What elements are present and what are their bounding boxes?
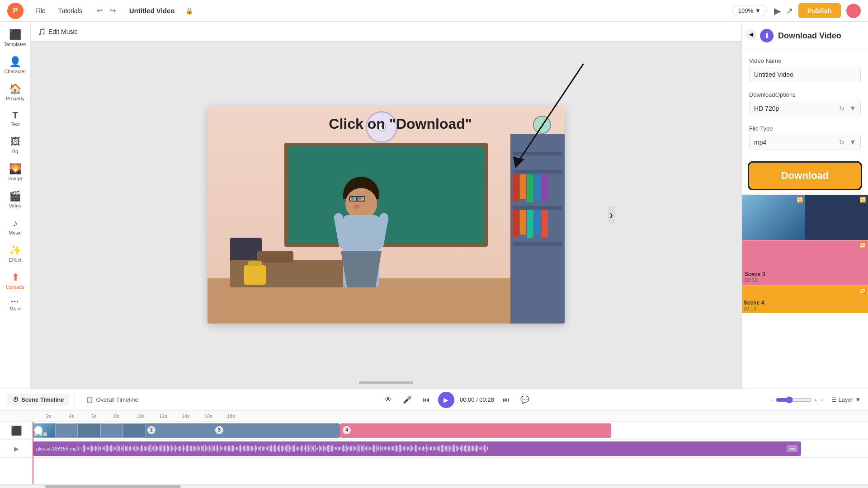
- topbar-right: ▶ ↗ Publish: [774, 3, 861, 18]
- sidebar-item-text[interactable]: T Text: [2, 107, 29, 131]
- panel-back-button[interactable]: ◀: [745, 29, 756, 40]
- collapse-panel-button[interactable]: ❯: [608, 206, 615, 224]
- scene-4-add-icon[interactable]: 🔁: [859, 288, 866, 294]
- waveform-bar: [104, 446, 105, 451]
- waveform-bar: [396, 445, 397, 452]
- uploads-icon: ⬆: [11, 272, 19, 283]
- sidebar-item-character[interactable]: 👤 Character: [2, 52, 29, 78]
- zoom-slider[interactable]: [776, 396, 812, 404]
- layer-control[interactable]: ☰ Layer ▼: [831, 396, 861, 403]
- waveform-bar: [368, 446, 368, 451]
- scene-2-add-icon[interactable]: 🔁: [859, 197, 866, 203]
- waveform-bar: [305, 445, 306, 452]
- char-skirt: [341, 251, 382, 287]
- video-segment-1[interactable]: 2 3: [33, 423, 340, 438]
- redo-button[interactable]: ↪: [107, 5, 118, 17]
- waveform-bar: [94, 447, 94, 450]
- scene-thumb-4[interactable]: Scene 4 00:10: [742, 286, 868, 313]
- waveform-bar: [315, 445, 316, 452]
- waveform-bar: [418, 447, 419, 450]
- zoom-control[interactable]: 109% ▼: [732, 5, 767, 16]
- file-type-select-row: mp4 gif webm ▼ ↻: [749, 135, 861, 150]
- waveform-bar: [186, 446, 187, 451]
- tab-overall-timeline[interactable]: 📋 Overall Timeline: [80, 394, 143, 406]
- scene-view-button[interactable]: 👁: [382, 394, 395, 406]
- sidebar-item-image[interactable]: 🌄 Image: [2, 160, 29, 185]
- sidebar-item-more[interactable]: ••• More: [2, 295, 29, 315]
- download-button[interactable]: Download: [749, 163, 861, 189]
- play-button[interactable]: ▶: [438, 392, 454, 408]
- audio-segment[interactable]: glossy-168156.mp3 •••: [33, 441, 801, 456]
- sidebar-item-property[interactable]: 🏠 Property: [2, 80, 29, 105]
- scene-thumb-3[interactable]: Scene 3 00:03: [742, 240, 868, 286]
- waveform-bar: [98, 445, 99, 452]
- waveform-bar: [468, 446, 469, 451]
- file-type-label: File Type: [749, 125, 861, 132]
- audio-play-button[interactable]: ▶: [14, 445, 19, 452]
- waveform-bar: [357, 445, 358, 452]
- waveform-bar: [194, 446, 195, 451]
- waveform-bar: [250, 446, 250, 451]
- waveform-bar: [149, 445, 150, 452]
- sidebar-item-effect[interactable]: ✨ Effect: [2, 241, 29, 266]
- waveform-bar: [484, 445, 485, 453]
- audio-track-content[interactable]: glossy-168156.mp3 •••: [33, 441, 868, 456]
- sidebar-item-music[interactable]: ♪ Music: [2, 214, 29, 239]
- caption-button[interactable]: 💬: [518, 394, 532, 406]
- waveform-bar: [465, 445, 466, 452]
- user-avatar[interactable]: [846, 4, 861, 18]
- file-type-refresh-icon[interactable]: ↻: [839, 139, 844, 146]
- edit-music-button[interactable]: 🎵 Edit Music: [38, 28, 78, 35]
- waveform-bar: [274, 445, 275, 452]
- waveform-bar: [480, 447, 481, 449]
- zoom-in-icon[interactable]: +: [814, 396, 817, 404]
- waveform-bar: [456, 446, 457, 451]
- character-label: Character: [4, 69, 26, 74]
- main-area: ⬛ Templates 👤 Character 🏠 Property T Tex…: [0, 22, 868, 389]
- waveform-bar: [400, 445, 401, 453]
- file-menu[interactable]: File: [31, 5, 50, 16]
- undo-button[interactable]: ↩: [94, 5, 105, 17]
- waveform-bar: [103, 447, 104, 449]
- waveform-bar: [420, 446, 421, 450]
- zoom-out-icon[interactable]: −: [770, 396, 774, 404]
- waveform-bar: [156, 446, 157, 450]
- publish-button[interactable]: Publish: [798, 3, 841, 18]
- waveform-bar: [441, 445, 442, 452]
- sidebar-item-video[interactable]: 🎬 Video: [2, 187, 29, 212]
- video-track-content[interactable]: 2 3 4: [33, 423, 868, 438]
- video-name-input[interactable]: [749, 67, 861, 82]
- scene-1-add-icon[interactable]: 🔁: [797, 197, 803, 203]
- prev-frame-button[interactable]: ⏮: [420, 394, 433, 406]
- audio-more-button[interactable]: •••: [787, 445, 797, 452]
- video-track-row: ⬛: [0, 422, 868, 440]
- canvas-scrollbar[interactable]: [359, 381, 413, 384]
- sidebar-item-templates[interactable]: ⬛ Templates: [2, 25, 29, 51]
- scene-thumb-3-wrapper: Scene 3 00:03 🔁: [742, 240, 868, 286]
- share-button[interactable]: ↗: [786, 6, 793, 16]
- video-segment-4[interactable]: 4: [340, 423, 611, 438]
- waveform-bar: [296, 447, 297, 450]
- scene-thumb-1[interactable]: 🔁: [742, 195, 805, 240]
- waveform-bar: [467, 445, 467, 453]
- thumb-cell-5: [123, 423, 146, 438]
- tutorials-menu[interactable]: Tutorials: [54, 5, 87, 16]
- sidebar-left: ⬛ Templates 👤 Character 🏠 Property T Tex…: [0, 22, 31, 389]
- tab-scene-timeline[interactable]: ⏱ Scene Timeline: [7, 394, 69, 406]
- scrollbar-thumb[interactable]: [45, 485, 181, 488]
- quality-refresh-icon[interactable]: ↻: [839, 105, 844, 112]
- waveform-bar: [464, 446, 465, 451]
- waveform-bar: [382, 446, 383, 451]
- waveform-bar: [349, 446, 349, 450]
- waveform-bar: [363, 445, 364, 452]
- play-preview-button[interactable]: ▶: [774, 5, 781, 16]
- next-frame-button[interactable]: ⏭: [500, 394, 512, 406]
- scene-mic-button[interactable]: 🎤: [400, 394, 415, 406]
- timeline-scrollbar[interactable]: [0, 484, 868, 488]
- sidebar-item-uploads[interactable]: ⬆ Uploads: [2, 268, 29, 293]
- waveform-bar: [277, 446, 278, 451]
- scene-3-add-icon[interactable]: 🔁: [859, 242, 866, 249]
- sidebar-item-bg[interactable]: 🖼 Bg: [2, 132, 29, 158]
- scene-thumb-2[interactable]: 🔁: [805, 195, 868, 240]
- fit-icon[interactable]: ↔: [820, 396, 826, 404]
